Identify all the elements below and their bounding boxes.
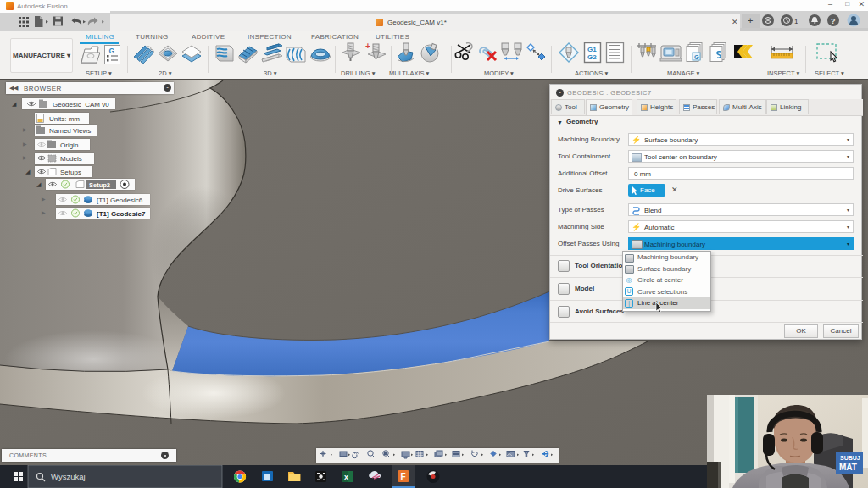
svg-text:G2: G2	[587, 53, 597, 61]
svg-text:SUBUJ: SUBUJ	[840, 455, 860, 461]
svg-text:[T1] Geodesic6: [T1] Geodesic6	[97, 197, 143, 204]
svg-text:?: ?	[831, 17, 836, 25]
svg-text:G: G	[109, 47, 115, 55]
svg-text:Setup2: Setup2	[89, 181, 110, 189]
svg-text:F: F	[401, 472, 406, 481]
svg-text:1: 1	[794, 18, 798, 25]
svg-text:Named Views: Named Views	[49, 127, 91, 135]
svg-text:Models: Models	[60, 155, 82, 163]
svg-text:Origin: Origin	[60, 141, 78, 149]
svg-text:Units: mm: Units: mm	[49, 115, 80, 123]
svg-text:G1: G1	[587, 46, 597, 53]
svg-text:Wyszukaj: Wyszukaj	[51, 472, 86, 481]
svg-text:+: +	[365, 42, 370, 51]
svg-text:x: x	[344, 473, 348, 481]
svg-text:Geodesic_CAM v0: Geodesic_CAM v0	[53, 101, 109, 108]
svg-text:G: G	[694, 53, 699, 61]
svg-text:[T1] Geodesic7: [T1] Geodesic7	[97, 210, 146, 218]
svg-text:Setups: Setups	[60, 169, 81, 176]
